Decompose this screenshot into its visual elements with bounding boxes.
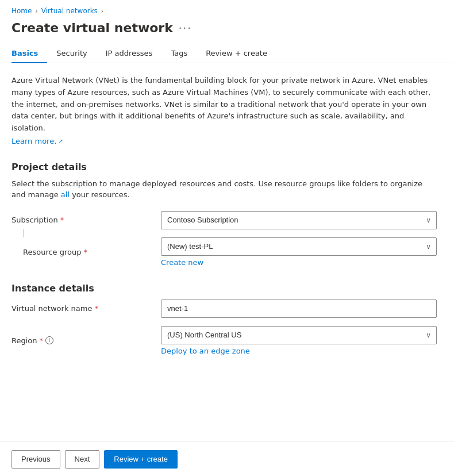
create-new-link[interactable]: Create new <box>161 258 203 267</box>
region-required: * <box>40 336 44 345</box>
subscription-input-col: Contoso Subscription ∨ <box>161 211 437 229</box>
region-input-col: (US) North Central US ∨ Deploy to an edg… <box>161 326 437 355</box>
subscription-dropdown[interactable]: Contoso Subscription <box>161 211 437 229</box>
subscription-field-row: Subscription * Contoso Subscription ∨ <box>11 211 443 229</box>
subscription-label: Subscription * <box>11 216 161 224</box>
next-button[interactable]: Next <box>65 450 100 469</box>
project-details-description: Select the subscription to manage deploy… <box>11 178 437 201</box>
page-title: Create virtual network <box>11 21 173 35</box>
resource-group-input-col: (New) test-PL ∨ Create new <box>161 237 437 267</box>
footer-bar: Previous Next Review + create <box>0 442 454 476</box>
breadcrumb-home[interactable]: Home <box>11 7 32 15</box>
resource-group-field-row: Resource group * (New) test-PL ∨ Create … <box>11 237 443 267</box>
region-dropdown[interactable]: (US) North Central US <box>161 326 437 344</box>
resource-group-dropdown-wrapper: (New) test-PL ∨ <box>161 237 437 256</box>
breadcrumb-sep-2: › <box>101 7 103 15</box>
region-field-row: Region * i (US) North Central US ∨ Deplo… <box>11 326 443 355</box>
region-info-icon[interactable]: i <box>45 336 53 344</box>
vnet-description: Azure Virtual Network (VNet) is the fund… <box>11 75 437 135</box>
tab-basics[interactable]: Basics <box>11 44 47 63</box>
resource-group-required: * <box>84 248 88 256</box>
tab-tags[interactable]: Tags <box>161 44 197 63</box>
page-title-row: Create virtual network ··· <box>0 18 454 44</box>
page-options-button[interactable]: ··· <box>179 22 192 34</box>
vnet-name-input[interactable] <box>161 300 437 318</box>
region-label: Region * i <box>11 336 161 345</box>
vnet-name-label: Virtual network name * <box>11 304 161 313</box>
review-create-button[interactable]: Review + create <box>104 450 178 469</box>
breadcrumb: Home › Virtual networks › <box>0 0 454 18</box>
main-content: Azure Virtual Network (VNet) is the fund… <box>0 63 454 421</box>
instance-details-title: Instance details <box>11 283 443 294</box>
tab-ip-addresses[interactable]: IP addresses <box>97 44 162 63</box>
vnet-name-field-row: Virtual network name * <box>11 300 443 318</box>
deploy-edge-zone-link[interactable]: Deploy to an edge zone <box>161 347 250 355</box>
resource-group-label: Resource group * <box>11 248 161 256</box>
breadcrumb-sep-1: › <box>35 7 37 15</box>
learn-more-link[interactable]: Learn more. ↗ <box>11 137 63 145</box>
region-dropdown-wrapper: (US) North Central US ∨ <box>161 326 437 344</box>
external-link-icon: ↗ <box>58 138 63 144</box>
tabs-bar: Basics Security IP addresses Tags Review… <box>0 44 454 63</box>
subscription-required: * <box>60 216 64 224</box>
resource-group-dropdown[interactable]: (New) test-PL <box>161 237 437 256</box>
vnet-name-required: * <box>94 304 98 313</box>
tab-security[interactable]: Security <box>47 44 96 63</box>
subscription-dropdown-wrapper: Contoso Subscription ∨ <box>161 211 437 229</box>
project-details-title: Project details <box>11 162 443 172</box>
previous-button[interactable]: Previous <box>11 450 60 469</box>
breadcrumb-virtual-networks[interactable]: Virtual networks <box>41 7 98 15</box>
tab-review-create[interactable]: Review + create <box>197 44 276 63</box>
connector-line <box>23 229 24 237</box>
vnet-name-input-col <box>161 300 437 318</box>
